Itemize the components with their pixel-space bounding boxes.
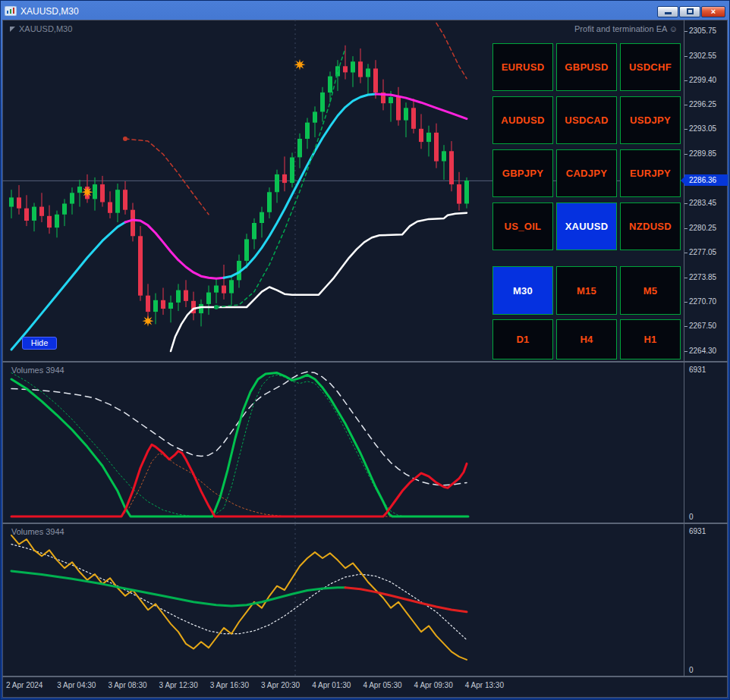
- axis-tick: [684, 203, 688, 204]
- symbol-button-gbpjpy[interactable]: GBPJPY: [492, 149, 553, 197]
- price-axis-label: 2305.75: [689, 27, 716, 35]
- chart-window-icon: [5, 6, 17, 16]
- main-plot-area[interactable]: XAUUSD,M30 Profit and termination EA ☺ H…: [2, 20, 684, 361]
- symbol-button-usdcad[interactable]: USDCAD: [556, 96, 617, 144]
- timeframe-button-m30[interactable]: M30: [492, 266, 553, 315]
- sub1-min-label: 0: [689, 513, 694, 521]
- axis-tick: [684, 253, 688, 253]
- symbol-button-usdchf[interactable]: USDCHF: [620, 43, 681, 91]
- indicator-label: Volumes 3944: [11, 366, 65, 375]
- axis-tick: [684, 56, 688, 57]
- time-axis-label: 2 Apr 2024: [6, 681, 42, 689]
- price-axis-label: 2302.55: [689, 52, 716, 60]
- symbol-button-cadjpy[interactable]: CADJPY: [556, 149, 617, 197]
- restore-icon: [687, 8, 694, 14]
- volumes-panel-2: Volumes 3944 6931 0: [2, 524, 728, 676]
- axis-tick: [684, 80, 688, 81]
- time-axis-label: 4 Apr 01:30: [312, 681, 351, 689]
- current-price-badge: 2286.36: [684, 174, 728, 186]
- minimize-button[interactable]: [657, 6, 678, 17]
- symbol-button-nzdusd[interactable]: NZDUSD: [620, 202, 681, 250]
- axis-tick: [684, 154, 688, 155]
- price-axis-label: 2267.50: [689, 322, 716, 330]
- hide-button[interactable]: Hide: [22, 337, 57, 350]
- axis-tick: [684, 228, 688, 229]
- axis-tick: [684, 351, 688, 352]
- ea-status-label: Profit and termination EA ☺: [574, 24, 678, 33]
- restore-button[interactable]: [679, 6, 700, 17]
- sub2-max-label: 6931: [689, 527, 706, 535]
- timeframe-button-h1[interactable]: H1: [620, 319, 681, 359]
- symbol-button-grid: EURUSDGBPUSDUSDCHFAUDUSDUSDCADUSDJPYGBPJ…: [492, 43, 681, 250]
- symbol-button-usdjpy[interactable]: USDJPY: [620, 96, 681, 144]
- minimize-icon: [665, 12, 672, 14]
- close-button[interactable]: ×: [701, 6, 725, 17]
- time-axis-label: 3 Apr 04:30: [57, 681, 96, 689]
- price-axis-label: 2277.05: [689, 248, 716, 256]
- time-axis-label: 4 Apr 09:30: [414, 681, 453, 689]
- timeframe-button-d1[interactable]: D1: [492, 319, 553, 359]
- timeframe-button-grid: M30M15M5D1H4H1: [492, 266, 681, 359]
- time-axis-label: 3 Apr 20:30: [261, 681, 300, 689]
- main-chart-panel: XAUUSD,M30 Profit and termination EA ☺ H…: [2, 20, 728, 361]
- time-axis-label: 3 Apr 12:30: [159, 681, 198, 689]
- axis-tick: [684, 31, 688, 32]
- price-axis-label: 2280.25: [689, 224, 716, 232]
- timeframe-button-h4[interactable]: H4: [556, 319, 617, 359]
- symbol-button-us_oil[interactable]: US_OIL: [492, 202, 553, 250]
- sub2-svg: [2, 524, 684, 676]
- axis-tick: [684, 129, 688, 130]
- sub1-svg: [2, 363, 684, 523]
- axis-tick: [684, 278, 688, 278]
- axis-tick: [684, 302, 688, 303]
- sub1-plot-area[interactable]: Volumes 3944: [2, 363, 684, 523]
- price-axis-label: 2293.05: [689, 124, 716, 133]
- price-axis-label: 2296.25: [689, 100, 716, 108]
- symbol-button-gbpusd[interactable]: GBPUSD: [556, 43, 617, 91]
- time-axis-label: 3 Apr 16:30: [210, 681, 249, 689]
- axis-tick: [684, 105, 688, 105]
- time-axis[interactable]: 2 Apr 20243 Apr 04:303 Apr 08:303 Apr 12…: [2, 677, 728, 698]
- chart-shift-icon: [10, 27, 15, 32]
- symbol-button-eurjpy[interactable]: EURJPY: [620, 149, 681, 197]
- sub2-plot-area[interactable]: Volumes 3944: [2, 524, 684, 676]
- time-axis-label: 4 Apr 13:30: [465, 681, 504, 689]
- sub1-max-label: 6931: [689, 366, 706, 374]
- chart-symbol-text: XAUUSD,M30: [19, 24, 72, 33]
- price-axis-label: 2264.30: [689, 347, 716, 355]
- timeframe-button-m5[interactable]: M5: [620, 266, 681, 315]
- symbol-button-xauusd[interactable]: XAUUSD: [556, 202, 617, 250]
- symbol-button-eurusd[interactable]: EURUSD: [492, 43, 553, 91]
- sub2-axis[interactable]: 6931 0: [684, 524, 728, 676]
- price-axis-label: 2273.85: [689, 273, 716, 281]
- time-axis-label: 3 Apr 08:30: [108, 681, 146, 689]
- price-axis-label: 2283.45: [689, 199, 716, 207]
- sub1-axis[interactable]: 6931 0: [684, 363, 728, 523]
- symbol-button-audusd[interactable]: AUDUSD: [492, 96, 553, 144]
- indicator-label: Volumes 3944: [11, 527, 65, 536]
- window-title: XAUUSD,M30: [20, 6, 79, 17]
- time-axis-label: 4 Apr 05:30: [363, 681, 401, 689]
- price-axis-label: 2299.40: [689, 76, 716, 84]
- timeframe-button-m15[interactable]: M15: [556, 266, 617, 315]
- sub2-min-label: 0: [689, 666, 694, 674]
- price-axis-label: 2289.85: [689, 149, 716, 158]
- chart-client-area: XAUUSD,M30 Profit and termination EA ☺ H…: [2, 20, 728, 698]
- price-axis-label: 2270.70: [689, 297, 716, 306]
- axis-tick: [684, 326, 688, 327]
- volumes-panel-1: Volumes 3944 6931 0: [2, 363, 728, 523]
- window-controls: ×: [657, 5, 725, 17]
- mt4-chart-window: XAUUSD,M30 × XAUUSD,M30 Profit and termi…: [0, 0, 730, 700]
- titlebar[interactable]: XAUUSD,M30 ×: [2, 2, 728, 20]
- chart-symbol-label: XAUUSD,M30: [10, 24, 72, 33]
- main-price-axis[interactable]: 2286.36 2305.752302.552299.402296.252293…: [684, 20, 728, 361]
